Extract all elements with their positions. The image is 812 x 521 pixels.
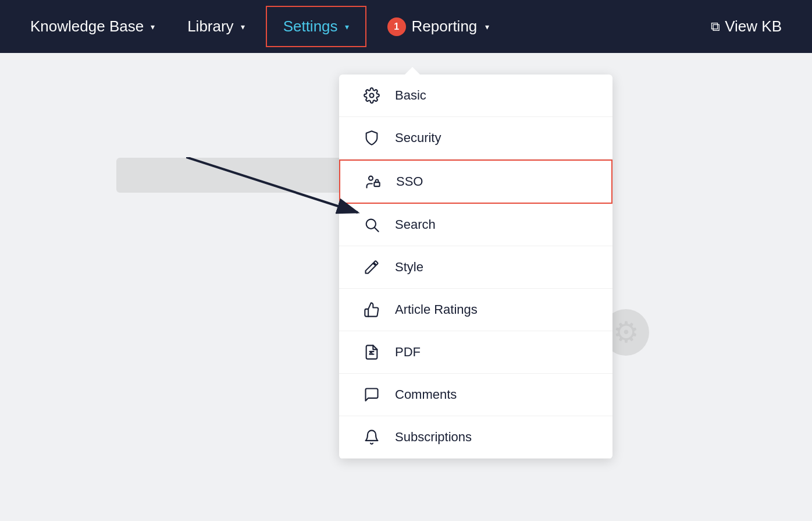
dropdown-item-security[interactable]: Security	[339, 117, 612, 160]
dropdown-item-search[interactable]: Search	[339, 204, 612, 246]
dropdown-item-comments[interactable]: Comments	[339, 374, 612, 416]
dropdown-label-pdf: PDF	[395, 345, 421, 360]
shield-icon	[362, 130, 381, 146]
nav-label-settings: Settings	[283, 17, 338, 36]
chevron-down-icon: ▾	[241, 22, 245, 31]
dropdown-item-style[interactable]: Style	[339, 246, 612, 289]
nav-label-view-kb: View KB	[725, 17, 782, 36]
nav-item-library[interactable]: Library ▾	[171, 0, 261, 53]
nav-label-library: Library	[187, 17, 233, 36]
bg-decorative-block	[116, 158, 349, 193]
dropdown-label-style: Style	[395, 260, 423, 275]
dropdown-item-basic[interactable]: Basic	[339, 75, 612, 117]
dropdown-item-sso[interactable]: SSO	[339, 160, 612, 204]
svg-line-4	[375, 228, 378, 231]
dropdown-label-security: Security	[395, 130, 441, 146]
navbar: Knowledge Base ▾ Library ▾ Settings ▾ 1 …	[0, 0, 812, 53]
dropdown-caret	[405, 67, 420, 75]
pdf-icon	[362, 344, 381, 360]
nav-item-knowledge-base[interactable]: Knowledge Base ▾	[14, 0, 171, 53]
nav-item-settings[interactable]: Settings ▾	[266, 6, 366, 47]
nav-label-reporting: Reporting	[412, 17, 478, 36]
style-icon	[362, 259, 381, 275]
dropdown-label-search: Search	[395, 217, 436, 232]
dropdown-label-subscriptions: Subscriptions	[395, 430, 472, 445]
settings-dropdown: Basic Security	[339, 75, 612, 459]
dropdown-label-basic: Basic	[395, 88, 426, 103]
gear-icon	[362, 87, 381, 104]
dropdown-item-article-ratings[interactable]: Article Ratings	[339, 289, 612, 331]
dropdown-item-subscriptions[interactable]: Subscriptions	[339, 416, 612, 459]
sso-icon	[364, 173, 382, 190]
chevron-down-icon: ▾	[151, 22, 155, 31]
dropdown-label-article-ratings: Article Ratings	[395, 302, 478, 317]
dropdown-label-comments: Comments	[395, 387, 457, 402]
dropdown-list: Basic Security	[339, 75, 612, 459]
dropdown-item-pdf[interactable]: PDF	[339, 331, 612, 374]
chevron-down-icon: ▾	[345, 22, 349, 31]
chevron-down-icon: ▾	[485, 22, 489, 31]
notification-badge: 1	[387, 17, 406, 36]
comments-icon	[362, 387, 381, 403]
svg-point-1	[369, 176, 373, 180]
svg-rect-2	[374, 182, 379, 186]
nav-item-view-kb[interactable]: ⧉ View KB	[695, 0, 798, 53]
bell-icon	[362, 429, 381, 445]
thumbsup-icon	[362, 302, 381, 318]
external-link-icon: ⧉	[711, 19, 720, 34]
search-icon	[362, 217, 381, 233]
nav-label-knowledge-base: Knowledge Base	[30, 17, 144, 36]
svg-point-0	[370, 94, 374, 98]
dropdown-label-sso: SSO	[396, 174, 423, 189]
nav-item-reporting[interactable]: 1 Reporting ▾	[371, 0, 506, 53]
